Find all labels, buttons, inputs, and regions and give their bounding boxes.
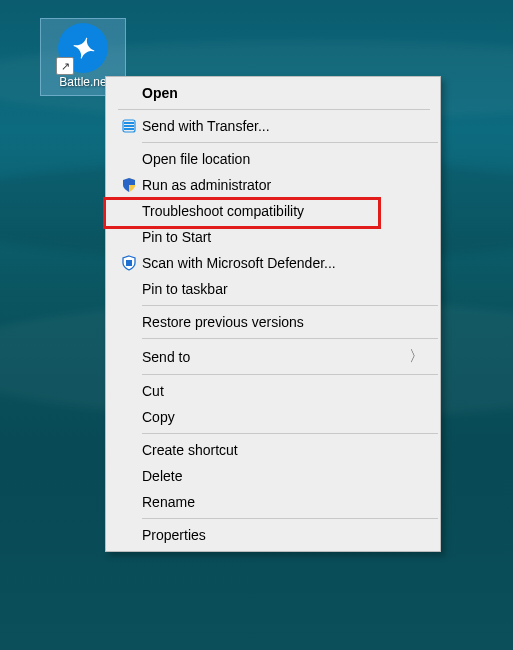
shortcut-arrow-icon: ↗	[56, 57, 74, 75]
menu-copy-label: Copy	[142, 409, 430, 425]
menu-create-shortcut[interactable]: Create shortcut	[108, 437, 438, 463]
menu-cut-label: Cut	[142, 383, 430, 399]
menu-send-to-label: Send to	[142, 349, 409, 365]
menu-restore-label: Restore previous versions	[142, 314, 430, 330]
menu-scan-defender[interactable]: Scan with Microsoft Defender...	[108, 250, 438, 276]
menu-troubleshoot-label: Troubleshoot compatibility	[142, 203, 430, 219]
menu-delete-label: Delete	[142, 468, 430, 484]
menu-troubleshoot[interactable]: Troubleshoot compatibility	[108, 198, 438, 224]
menu-properties-label: Properties	[142, 527, 430, 543]
battlenet-icon: ✦ ↗	[58, 23, 108, 73]
uac-shield-icon	[116, 177, 142, 193]
menu-open-location[interactable]: Open file location	[108, 146, 438, 172]
chevron-right-icon: 〉	[409, 347, 430, 366]
menu-send-transfer-label: Send with Transfer...	[142, 118, 430, 134]
menu-delete[interactable]: Delete	[108, 463, 438, 489]
menu-cut[interactable]: Cut	[108, 378, 438, 404]
menu-properties[interactable]: Properties	[108, 522, 438, 548]
menu-rename-label: Rename	[142, 494, 430, 510]
menu-restore-versions[interactable]: Restore previous versions	[108, 309, 438, 335]
transfer-icon	[116, 118, 142, 134]
menu-open[interactable]: Open	[108, 80, 438, 106]
defender-shield-icon	[116, 255, 142, 271]
menu-pin-taskbar-label: Pin to taskbar	[142, 281, 430, 297]
menu-rename[interactable]: Rename	[108, 489, 438, 515]
menu-open-location-label: Open file location	[142, 151, 430, 167]
menu-pin-taskbar[interactable]: Pin to taskbar	[108, 276, 438, 302]
svg-rect-1	[126, 260, 132, 266]
menu-run-administrator[interactable]: Run as administrator	[108, 172, 438, 198]
menu-pin-start-label: Pin to Start	[142, 229, 430, 245]
menu-scan-defender-label: Scan with Microsoft Defender...	[142, 255, 430, 271]
menu-create-shortcut-label: Create shortcut	[142, 442, 430, 458]
menu-copy[interactable]: Copy	[108, 404, 438, 430]
menu-open-label: Open	[142, 85, 430, 101]
context-menu: Open Send with Transfer... Open file loc…	[105, 76, 441, 552]
menu-run-admin-label: Run as administrator	[142, 177, 430, 193]
menu-send-to[interactable]: Send to 〉	[108, 342, 438, 371]
menu-pin-start[interactable]: Pin to Start	[108, 224, 438, 250]
menu-send-transfer[interactable]: Send with Transfer...	[108, 113, 438, 139]
